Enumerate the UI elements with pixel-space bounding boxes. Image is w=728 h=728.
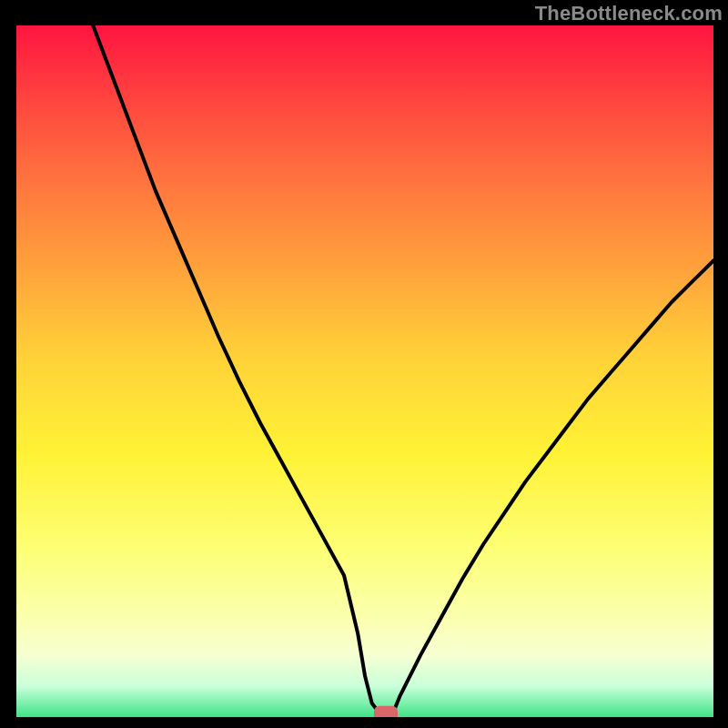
plot-area <box>16 25 713 717</box>
optimum-marker-icon <box>374 706 398 717</box>
chart-svg <box>16 25 713 717</box>
gradient-background <box>16 25 713 717</box>
chart-frame: TheBottleneck.com <box>0 0 728 728</box>
attribution-watermark: TheBottleneck.com <box>535 2 723 25</box>
